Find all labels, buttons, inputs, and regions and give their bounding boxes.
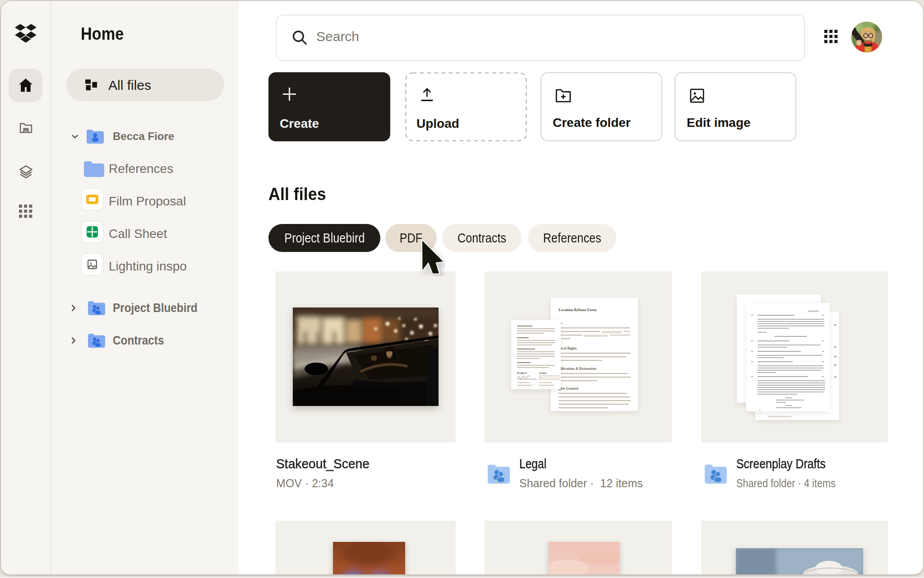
svg-text:ights Granted: ights Granted [558, 387, 578, 391]
svg-text:odifications & Restoration: odifications & Restoration [558, 367, 596, 371]
svg-text:Location Release Form: Location Release Form [559, 308, 596, 312]
svg-text:Producer: Producer [517, 372, 527, 374]
svg-text:Owner: Owner [539, 372, 547, 374]
svg-text:ant of Rights: ant of Rights [558, 346, 577, 350]
